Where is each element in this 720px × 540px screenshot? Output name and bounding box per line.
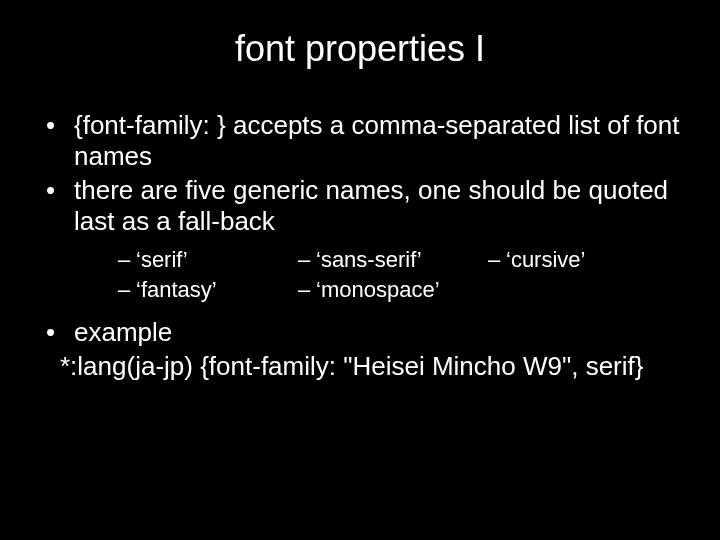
- example-code: *:lang(ja-jp) {font-family: "Heisei Minc…: [30, 351, 690, 382]
- generic-font-item: ‘serif’: [118, 247, 298, 273]
- example-code-text: *:lang(ja-jp) {font-family: "Heisei Minc…: [60, 351, 643, 381]
- slide-title: font properties I: [30, 28, 690, 70]
- generic-font-item: ‘fantasy’: [118, 277, 298, 303]
- generic-font-item: ‘sans-serif’: [298, 247, 488, 273]
- bullet-text: there are five generic names, one should…: [74, 175, 668, 236]
- bullet-list: {font-family: } accepts a comma-separate…: [30, 110, 690, 382]
- bullet-text: {font-family: } accepts a comma-separate…: [74, 110, 680, 171]
- generic-font-list: ‘serif’ ‘fantasy’ ‘sans-serif’ ‘monospac…: [74, 247, 690, 307]
- bullet-text: example: [74, 317, 172, 347]
- generic-font-item: ‘cursive’: [488, 247, 585, 273]
- bullet-item: example: [30, 317, 690, 348]
- bullet-item: there are five generic names, one should…: [30, 175, 690, 312]
- generic-font-col: ‘sans-serif’ ‘monospace’: [298, 247, 488, 307]
- generic-font-item: ‘monospace’: [298, 277, 488, 303]
- slide: font properties I {font-family: } accept…: [0, 0, 720, 540]
- bullet-item: {font-family: } accepts a comma-separate…: [30, 110, 690, 171]
- generic-font-col: ‘cursive’: [488, 247, 585, 307]
- generic-font-col: ‘serif’ ‘fantasy’: [118, 247, 298, 307]
